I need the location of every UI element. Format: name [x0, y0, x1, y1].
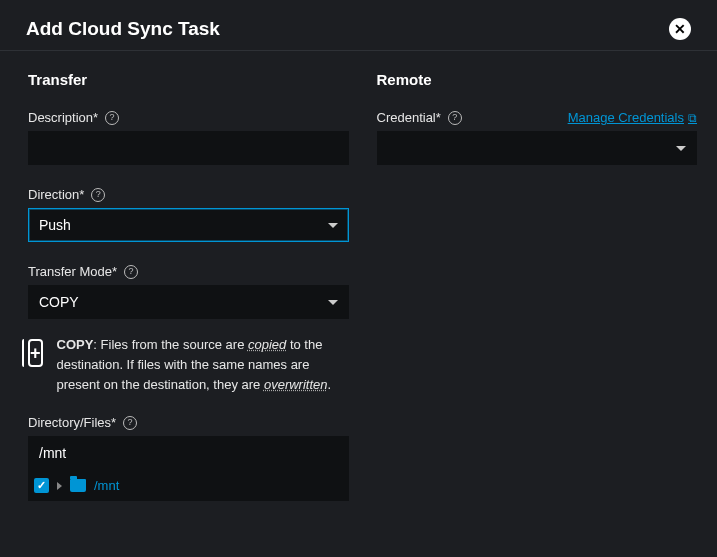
- tree-item[interactable]: ✓ /mnt: [28, 472, 349, 499]
- tree-expand-icon[interactable]: [57, 482, 62, 490]
- label-credential: Credential* ?: [377, 110, 462, 125]
- field-directory-files: Directory/Files* ? ✓ /mnt: [28, 415, 349, 501]
- field-credential: Credential* ? Manage Credentials ⧉: [377, 110, 698, 165]
- dialog: Add Cloud Sync Task ✕ Transfer Descripti…: [0, 0, 717, 521]
- chevron-down-icon: [328, 300, 338, 305]
- description-input[interactable]: [28, 131, 349, 165]
- label-description-text: Description*: [28, 110, 98, 125]
- info-strong: COPY: [57, 337, 94, 352]
- transfer-mode-info-text: COPY: Files from the source are copied t…: [57, 335, 349, 395]
- label-transfer-mode-text: Transfer Mode*: [28, 264, 117, 279]
- help-icon[interactable]: ?: [105, 111, 119, 125]
- dialog-body: Transfer Description* ? Direction* ? Pus…: [0, 50, 717, 521]
- directory-files-input[interactable]: [28, 436, 349, 470]
- remote-section: Remote Credential* ? Manage Credentials …: [377, 71, 698, 501]
- page-title: Add Cloud Sync Task: [26, 18, 220, 40]
- section-title-remote: Remote: [377, 71, 698, 88]
- direction-select[interactable]: Push: [28, 208, 349, 242]
- info-em1: copied: [248, 337, 286, 352]
- dialog-header: Add Cloud Sync Task ✕: [0, 0, 717, 50]
- help-icon[interactable]: ?: [123, 416, 137, 430]
- copy-icon: +: [28, 339, 43, 367]
- label-directory-files-text: Directory/Files*: [28, 415, 116, 430]
- help-icon[interactable]: ?: [124, 265, 138, 279]
- label-directory-files: Directory/Files* ?: [28, 415, 349, 430]
- field-direction: Direction* ? Push: [28, 187, 349, 242]
- manage-credentials-label: Manage Credentials: [568, 110, 684, 125]
- transfer-mode-value: COPY: [39, 294, 79, 310]
- section-title-transfer: Transfer: [28, 71, 349, 88]
- info-p1: : Files from the source are: [93, 337, 248, 352]
- direction-value: Push: [39, 217, 71, 233]
- info-em2: overwritten: [264, 377, 328, 392]
- close-icon: ✕: [674, 21, 686, 37]
- label-transfer-mode: Transfer Mode* ?: [28, 264, 349, 279]
- label-direction-text: Direction*: [28, 187, 84, 202]
- external-link-icon: ⧉: [688, 111, 697, 125]
- chevron-down-icon: [676, 146, 686, 151]
- transfer-section: Transfer Description* ? Direction* ? Pus…: [28, 71, 349, 501]
- tree-item-label: /mnt: [94, 478, 119, 493]
- credential-select[interactable]: [377, 131, 698, 165]
- folder-icon: [70, 479, 86, 492]
- help-icon[interactable]: ?: [91, 188, 105, 202]
- manage-credentials-link[interactable]: Manage Credentials ⧉: [568, 110, 697, 125]
- info-p3: .: [328, 377, 332, 392]
- chevron-down-icon: [328, 223, 338, 228]
- transfer-mode-select[interactable]: COPY: [28, 285, 349, 319]
- label-direction: Direction* ?: [28, 187, 349, 202]
- field-transfer-mode: Transfer Mode* ? COPY: [28, 264, 349, 319]
- transfer-mode-info: + COPY: Files from the source are copied…: [28, 335, 349, 395]
- label-description: Description* ?: [28, 110, 349, 125]
- field-description: Description* ?: [28, 110, 349, 165]
- directory-tree: ✓ /mnt: [28, 470, 349, 501]
- help-icon[interactable]: ?: [448, 111, 462, 125]
- close-button[interactable]: ✕: [669, 18, 691, 40]
- label-credential-text: Credential*: [377, 110, 441, 125]
- tree-checkbox[interactable]: ✓: [34, 478, 49, 493]
